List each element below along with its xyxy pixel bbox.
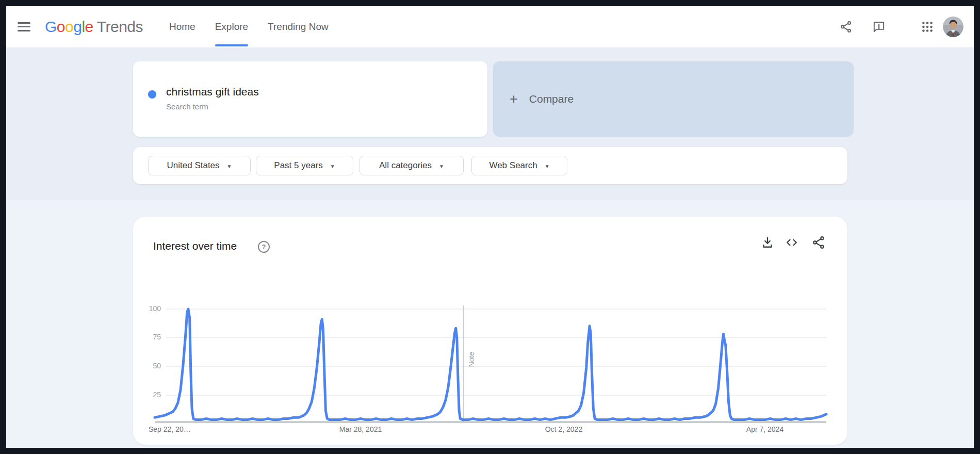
app-header: Google Trends Home Explore Trending Now <box>6 6 974 47</box>
filter-category-value: All categories <box>379 160 432 171</box>
logo-letter: G <box>45 18 57 36</box>
x-tick-oct-2022: Oct 2, 2022 <box>530 425 597 433</box>
nav-tab-trending-now[interactable]: Trending Now <box>268 6 329 47</box>
filter-property-value: Web Search <box>489 160 537 171</box>
note-marker-label: Note <box>467 352 476 367</box>
x-tick-mar-2021: Mar 28, 2021 <box>327 425 394 433</box>
y-tick-75: 75 <box>138 333 161 341</box>
filter-property-dropdown[interactable]: Web Search ▼ <box>471 156 567 175</box>
google-trends-logo[interactable]: Google Trends <box>45 6 143 47</box>
search-term-type: Search term <box>166 102 208 111</box>
main-nav: Home Explore Trending Now <box>169 6 329 47</box>
logo-letter: e <box>85 18 93 36</box>
trend-series-line <box>155 309 826 420</box>
logo-product-name: Trends <box>97 18 143 36</box>
nav-tab-home[interactable]: Home <box>169 6 195 47</box>
logo-letter: g <box>73 18 81 36</box>
filter-region-value: United States <box>167 160 220 171</box>
filter-region-dropdown[interactable]: United States ▼ <box>148 156 251 175</box>
filter-category-dropdown[interactable]: All categories ▼ <box>360 156 464 175</box>
menu-icon[interactable] <box>18 22 30 31</box>
logo-letter: o <box>65 18 73 36</box>
filter-bar: United States ▼ Past 5 years ▼ All categ… <box>133 147 847 184</box>
chevron-down-icon: ▼ <box>330 163 335 169</box>
hero-section: christmas gift ideas Search term + Compa… <box>6 47 974 200</box>
y-tick-50: 50 <box>138 362 161 370</box>
filter-time-dropdown[interactable]: Past 5 years ▼ <box>256 156 353 175</box>
y-tick-25: 25 <box>138 391 161 399</box>
x-tick-apr-2024: Apr 7, 2024 <box>731 425 798 433</box>
compare-label: Compare <box>529 93 574 105</box>
avatar[interactable] <box>943 17 963 37</box>
chevron-down-icon: ▼ <box>439 163 444 169</box>
google-trends-page: Google Trends Home Explore Trending Now <box>0 0 980 454</box>
plus-icon: + <box>510 91 518 107</box>
term-color-dot <box>148 90 156 99</box>
search-term-text: christmas gift ideas <box>166 86 259 98</box>
logo-letter: o <box>57 18 65 36</box>
share-icon[interactable] <box>839 20 853 34</box>
x-tick-sep-2019: Sep 22, 20… <box>149 425 191 433</box>
chevron-down-icon: ▼ <box>227 163 232 169</box>
search-term-card[interactable]: christmas gift ideas Search term <box>133 61 487 137</box>
content-section: Interest over time ? <box>6 200 974 448</box>
filter-time-value: Past 5 years <box>274 160 323 171</box>
trend-line-chart <box>133 217 847 445</box>
nav-tab-explore[interactable]: Explore <box>215 6 248 47</box>
y-tick-100: 100 <box>138 304 161 313</box>
chevron-down-icon: ▼ <box>545 163 550 169</box>
apps-grid-icon[interactable] <box>921 20 934 34</box>
feedback-icon[interactable] <box>872 20 886 34</box>
interest-over-time-card: Interest over time ? <box>133 217 847 445</box>
compare-add-button[interactable]: + Compare <box>493 61 854 137</box>
